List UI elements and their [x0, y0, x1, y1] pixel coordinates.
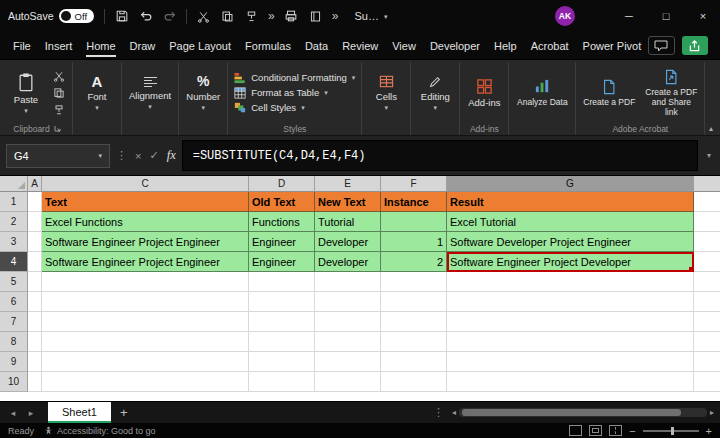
save-button[interactable] — [111, 5, 132, 27]
sheet-nav-right-icon[interactable]: ▸ — [24, 408, 38, 418]
print-button[interactable] — [281, 5, 302, 27]
cell-E4[interactable]: Developer — [315, 252, 381, 272]
cell-F8[interactable] — [381, 332, 447, 352]
cells-button[interactable]: Cells ▾ — [366, 73, 406, 112]
cell-F5[interactable] — [381, 272, 447, 292]
qat-overflow-icon[interactable]: » — [265, 9, 278, 23]
zoom-slider[interactable] — [643, 430, 699, 432]
menu-tab-file[interactable]: File — [6, 34, 38, 58]
tab-overflow-icon[interactable]: ⋮ — [429, 406, 448, 419]
cell-A1[interactable] — [28, 192, 42, 212]
cell-D10[interactable] — [249, 372, 315, 392]
column-header-a[interactable]: A — [28, 176, 42, 192]
cell-F9[interactable] — [381, 352, 447, 372]
menu-tab-power-pivot[interactable]: Power Pivot — [576, 34, 649, 58]
cell-D4[interactable]: Engineer — [249, 252, 315, 272]
cell-F7[interactable] — [381, 312, 447, 332]
cell-F1[interactable]: Instance — [381, 192, 447, 212]
alignment-button[interactable]: Alignment ▾ — [126, 75, 174, 111]
account-avatar[interactable]: AK — [555, 6, 575, 26]
cell-G10[interactable] — [447, 372, 694, 392]
row-header-1[interactable]: 1 — [0, 192, 28, 212]
menu-tab-insert[interactable]: Insert — [38, 34, 80, 58]
format-as-table-button[interactable]: Format as Table ▾ — [232, 87, 357, 99]
scrollbar-thumb[interactable] — [462, 409, 681, 416]
row-header-4[interactable]: 4 — [0, 252, 28, 272]
cell-F3[interactable]: 1 — [381, 232, 447, 252]
comments-button[interactable] — [648, 36, 674, 55]
column-header-d[interactable]: D — [249, 176, 315, 192]
enter-entry-button[interactable]: ✓ — [149, 149, 158, 162]
cell-F4[interactable]: 2 — [381, 252, 447, 272]
select-all-button[interactable] — [0, 176, 28, 192]
add-sheet-button[interactable]: + — [115, 405, 133, 420]
row-header-8[interactable]: 8 — [0, 332, 28, 352]
menu-tab-page-layout[interactable]: Page Layout — [162, 34, 238, 58]
cell-E5[interactable] — [315, 272, 381, 292]
cell-E7[interactable] — [315, 312, 381, 332]
cell-C3[interactable]: Software Engineer Project Engineer — [42, 232, 249, 252]
autosave-toggle-switch[interactable]: Off — [59, 9, 95, 23]
row-header-3[interactable]: 3 — [0, 232, 28, 252]
scroll-left-icon[interactable]: ◂ — [452, 408, 456, 417]
addins-button[interactable]: Add-ins — [464, 77, 504, 109]
zoom-out-button[interactable]: − — [629, 426, 635, 436]
cell-A2[interactable] — [28, 212, 42, 232]
cell-D3[interactable]: Engineer — [249, 232, 315, 252]
cell-C1[interactable]: Text — [42, 192, 249, 212]
cell-G3[interactable]: Software Developer Project Engineer — [447, 232, 694, 252]
maximize-button[interactable]: □ — [649, 0, 683, 32]
minimize-button[interactable]: ─ — [612, 0, 646, 32]
cell-A3[interactable] — [28, 232, 42, 252]
cell-D6[interactable] — [249, 292, 315, 312]
row-header-5[interactable]: 5 — [0, 272, 28, 292]
undo-button[interactable] — [135, 5, 156, 27]
menu-tab-view[interactable]: View — [385, 34, 423, 58]
cell-F10[interactable] — [381, 372, 447, 392]
cell-G9[interactable] — [447, 352, 694, 372]
insert-function-button[interactable]: fx — [167, 148, 176, 163]
column-header-c[interactable]: C — [42, 176, 249, 192]
analyze-data-button[interactable]: Analyze Data — [513, 77, 571, 108]
dialog-launcher-icon[interactable] — [54, 125, 61, 132]
cell-C9[interactable] — [42, 352, 249, 372]
cell-styles-button[interactable]: Cell Styles ▾ — [232, 102, 357, 114]
column-header-g[interactable]: G — [447, 176, 694, 192]
cell-A7[interactable] — [28, 312, 42, 332]
cell-A5[interactable] — [28, 272, 42, 292]
cell-A4[interactable] — [28, 252, 42, 272]
menu-tab-acrobat[interactable]: Acrobat — [524, 34, 576, 58]
cell-A9[interactable] — [28, 352, 42, 372]
cell-C5[interactable] — [42, 272, 249, 292]
autosave-toggle[interactable]: AutoSave Off — [8, 9, 94, 23]
row-header-6[interactable]: 6 — [0, 292, 28, 312]
cut-button[interactable] — [193, 5, 214, 27]
formula-bar-handle-icon[interactable]: ⋮ — [116, 149, 127, 162]
sheet-tab-sheet1[interactable]: Sheet1 — [48, 402, 111, 423]
column-header-f[interactable]: F — [381, 176, 447, 192]
share-button[interactable] — [682, 36, 708, 55]
cell-C10[interactable] — [42, 372, 249, 392]
cell-G1[interactable]: Result — [447, 192, 694, 212]
copy-button[interactable] — [217, 5, 238, 27]
close-button[interactable]: × — [686, 0, 720, 32]
row-header-9[interactable]: 9 — [0, 352, 28, 372]
formula-input[interactable]: =SUBSTITUTE(C4,D4,E4,F4) — [182, 140, 698, 171]
cell-E10[interactable] — [315, 372, 381, 392]
cell-C6[interactable] — [42, 292, 249, 312]
column-header-e[interactable]: E — [315, 176, 381, 192]
row-header-7[interactable]: 7 — [0, 312, 28, 332]
cell-A10[interactable] — [28, 372, 42, 392]
format-painter-button[interactable] — [50, 103, 68, 117]
menu-tab-help[interactable]: Help — [487, 34, 524, 58]
cell-D1[interactable]: Old Text — [249, 192, 315, 212]
paste-button[interactable]: Paste ▾ — [6, 71, 46, 115]
zoom-slider-thumb[interactable] — [671, 427, 674, 435]
cell-G5[interactable] — [447, 272, 694, 292]
scrollbar-track[interactable] — [459, 408, 707, 417]
cell-E2[interactable]: Tutorial — [315, 212, 381, 232]
row-header-10[interactable]: 10 — [0, 372, 28, 392]
cell-C4[interactable]: Software Engineer Project Engineer — [42, 252, 249, 272]
format-painter-button[interactable] — [241, 5, 262, 27]
cell-G7[interactable] — [447, 312, 694, 332]
